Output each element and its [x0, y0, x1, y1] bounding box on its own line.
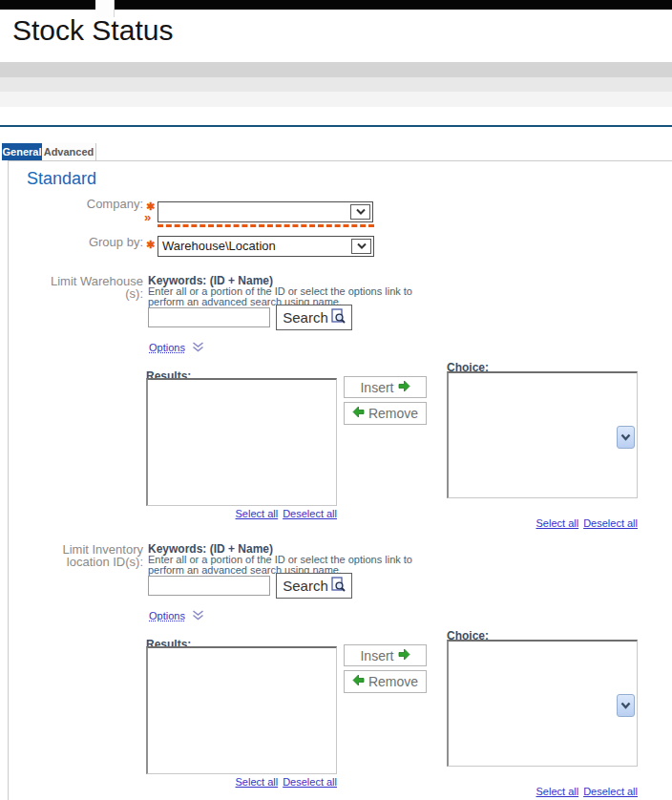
warehouse-choice-listbox[interactable]: [447, 371, 638, 498]
scrollbar-down-button[interactable]: [617, 426, 635, 449]
group-by-select-value: Warehouse\Location: [162, 239, 276, 253]
warehouse-options-link[interactable]: Options: [149, 342, 185, 353]
header-divider: [0, 125, 672, 127]
chevron-down-icon[interactable]: [350, 204, 370, 220]
location-remove-button[interactable]: Remove: [344, 670, 427, 693]
results-select-all-link[interactable]: Select all: [236, 776, 279, 788]
scrollbar-down-button[interactable]: [617, 694, 635, 717]
location-search-button[interactable]: Search: [276, 573, 352, 599]
remove-button-label: Remove: [368, 674, 418, 689]
search-button-label: Search: [283, 309, 328, 326]
toolbar-band-1: [0, 62, 672, 77]
page-title: Stock Status: [12, 14, 173, 47]
group-by-select[interactable]: Warehouse\Location: [158, 236, 374, 257]
search-document-magnifier-icon: [330, 308, 346, 326]
warehouse-search-button[interactable]: Search: [276, 305, 352, 330]
location-keyword-input[interactable]: [148, 576, 270, 596]
group-by-label: Group by:: [0, 235, 143, 249]
company-label: Company:: [0, 197, 143, 211]
toolbar-band-2: [0, 77, 672, 92]
required-asterisk-icon: ✱: [146, 239, 155, 251]
required-jump-icon: »: [144, 213, 151, 222]
results-deselect-all-link[interactable]: Deselect all: [283, 776, 337, 788]
location-results-listbox[interactable]: [146, 646, 337, 774]
double-chevron-down-icon[interactable]: [192, 339, 204, 356]
tab-general[interactable]: General: [2, 143, 42, 160]
required-dashed-underline: [158, 224, 374, 227]
insert-button-label: Insert: [360, 648, 393, 663]
double-chevron-down-icon[interactable]: [192, 607, 204, 624]
location-options-link[interactable]: Options: [149, 610, 185, 621]
limit-inventory-location-section: Limit Inventory location ID(s): Keywords…: [0, 542, 664, 796]
results-deselect-all-link[interactable]: Deselect all: [283, 508, 337, 519]
toolbar-band-3: [0, 92, 672, 107]
search-document-magnifier-icon: [330, 577, 346, 595]
warehouse-remove-button[interactable]: Remove: [344, 402, 427, 425]
chevron-down-icon[interactable]: [351, 239, 371, 254]
section-heading-standard: Standard: [27, 169, 96, 189]
arrow-right-icon: [398, 648, 410, 663]
insert-button-label: Insert: [360, 380, 393, 395]
location-insert-button[interactable]: Insert: [344, 644, 427, 666]
tab-strip-spacer: [95, 0, 115, 17]
arrow-right-icon: [398, 380, 410, 395]
choice-deselect-all-link[interactable]: Deselect all: [583, 517, 638, 529]
company-select[interactable]: [158, 201, 373, 222]
choice-deselect-all-link[interactable]: Deselect all: [583, 786, 638, 797]
limit-warehouse-label-line2: (s):: [0, 286, 143, 301]
results-select-all-link[interactable]: Select all: [236, 508, 279, 519]
warehouse-keyword-input[interactable]: [148, 307, 270, 327]
choice-select-all-link[interactable]: Select all: [536, 786, 579, 797]
location-choice-listbox[interactable]: [447, 640, 638, 767]
remove-button-label: Remove: [368, 406, 418, 421]
limit-warehouse-section: Limit Warehouse (s): Keywords: (ID + Nam…: [0, 274, 664, 528]
tab-advanced[interactable]: Advanced: [42, 143, 96, 160]
arrow-left-icon: [352, 406, 365, 421]
stock-status-window: Stock Status General Advanced Standard C…: [0, 0, 672, 800]
choice-select-all-link[interactable]: Select all: [536, 517, 579, 529]
limit-inventory-label-line2: location ID(s):: [0, 555, 143, 569]
warehouse-results-listbox[interactable]: [146, 378, 337, 506]
warehouse-insert-button[interactable]: Insert: [344, 376, 427, 398]
arrow-left-icon: [352, 674, 365, 689]
search-button-label: Search: [283, 578, 328, 594]
